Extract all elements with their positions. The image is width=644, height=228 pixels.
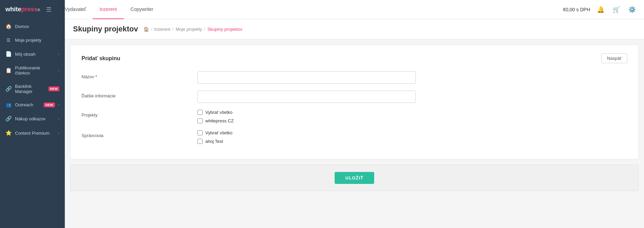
breadcrumb-current: Skupiny projektov — [207, 27, 243, 32]
chevron-right-icon: › — [58, 52, 59, 56]
sidebar-label-moje-projekty: Moje projekty — [15, 38, 59, 43]
premium-icon: ⭐ — [5, 130, 12, 136]
hamburger-icon[interactable]: ☰ — [46, 6, 52, 13]
sidebar-item-content-premium[interactable]: ⭐ Content Premium › — [0, 126, 65, 140]
checkbox-input-ahoj-test[interactable] — [197, 139, 203, 144]
sidebar-label-publikovanie: Publikovanie článkov — [15, 65, 55, 76]
checkbox-input-whitepress-cz[interactable] — [197, 118, 203, 123]
top-nav-right: €0,00 s DPH 🔔 🛒 ⚙️ — [563, 4, 637, 15]
sidebar-item-moje-projekty[interactable]: ☰ Moje projekty — [0, 33, 65, 47]
breadcrumb-home-icon[interactable]: 🏠 — [144, 27, 149, 32]
input-nazov[interactable] — [197, 71, 416, 84]
page-title: Skupiny projektov — [73, 25, 138, 33]
form-section: Pridať skupinu Naspäť Názov * Ďalšie inf… — [70, 45, 639, 159]
nav-vydavatel[interactable]: Vydavateľ — [58, 0, 93, 19]
nav-inzerent[interactable]: Inzerent — [93, 0, 124, 19]
breadcrumb-inzerent[interactable]: Inzerent — [154, 27, 170, 32]
logo: whitepress® — [5, 6, 40, 13]
save-button[interactable]: ULOŽIŤ — [335, 172, 375, 184]
outreach-icon: 👥 — [5, 102, 12, 107]
label-spravcoby: Správcovia — [82, 130, 197, 138]
form-row-dalsi: Ďalšie informácie — [82, 91, 627, 103]
main-layout: 🏠 Domov ☰ Moje projekty 📄 Môj obsah › 📋 … — [0, 19, 644, 228]
section-title: Pridať skupinu — [82, 55, 120, 62]
obsah-icon: 📄 — [5, 51, 12, 57]
sidebar-item-outreach[interactable]: 👥 Outreach NEW › — [0, 98, 65, 111]
sidebar-label-backlink: Backlink Manager — [15, 84, 45, 94]
sidebar-label-outreach: Outreach — [15, 102, 40, 107]
sidebar-label-nakup: Nákup odkazov — [15, 116, 55, 121]
label-nazov: Názov * — [82, 71, 197, 79]
checkbox-whitepress-cz[interactable]: whitepress CZ — [197, 118, 627, 123]
sidebar-item-nakup[interactable]: 🔗 Nákup odkazov › — [0, 111, 65, 126]
sidebar-label-moj-obsah: Môj obsah — [15, 52, 55, 57]
section-header: Pridať skupinu Naspäť — [82, 53, 627, 63]
form-row-nazov: Názov * — [82, 71, 627, 84]
input-dalsi[interactable] — [197, 91, 416, 103]
checkbox-vybrat-vsetko-s[interactable]: Vybrať všetko — [197, 130, 627, 135]
chevron-right-icon-premium: › — [58, 131, 59, 135]
logo-press: press — [21, 6, 38, 13]
badge-new-outreach: NEW — [44, 103, 55, 107]
cart-button[interactable]: 🛒 — [611, 4, 621, 15]
sidebar-item-domov[interactable]: 🏠 Domov — [0, 19, 65, 33]
logo-reg: ® — [38, 8, 40, 12]
backlink-icon: 🔗 — [5, 86, 12, 92]
back-button[interactable]: Naspäť — [601, 53, 627, 63]
nav-links: Vydavateľ Inzerent Copywriter — [58, 0, 563, 19]
home-icon: 🏠 — [5, 23, 12, 29]
sidebar: 🏠 Domov ☰ Moje projekty 📄 Môj obsah › 📋 … — [0, 19, 65, 228]
checkbox-vybrat-vsetko-p[interactable]: Vybrať všetko — [197, 110, 627, 115]
chevron-right-icon-pub: › — [58, 69, 59, 72]
settings-button[interactable]: ⚙️ — [627, 4, 637, 15]
badge-new-backlink: NEW — [48, 86, 60, 91]
form-row-projekty: Projekty Vybrať všetko whitepress CZ — [82, 110, 627, 123]
chevron-right-icon-nakup: › — [58, 117, 59, 121]
projects-icon: ☰ — [5, 38, 12, 43]
nav-copywriter[interactable]: Copywriter — [124, 0, 160, 19]
label-projekty: Projekty — [82, 110, 197, 118]
breadcrumb: 🏠 / Inzerent / Moje projekty / Skupiny p… — [144, 27, 243, 32]
notifications-button[interactable]: 🔔 — [596, 4, 606, 15]
bottom-section: ULOŽIŤ — [70, 165, 639, 191]
checkbox-input-vybrat-vsetko-p[interactable] — [197, 110, 203, 115]
breadcrumb-moje-projekty[interactable]: Moje projekty — [176, 27, 202, 32]
checkbox-ahoj-test[interactable]: ahoj Test — [197, 139, 627, 144]
checkbox-input-vybrat-vsetko-s[interactable] — [197, 130, 203, 135]
form-row-spravcoby: Správcovia Vybrať všetko ahoj Test — [82, 130, 627, 144]
projekty-checkboxes: Vybrať všetko whitepress CZ — [197, 110, 627, 123]
sidebar-item-backlink[interactable]: 🔗 Backlink Manager NEW — [0, 80, 65, 98]
logo-white: white — [5, 6, 21, 13]
sidebar-label-domov: Domov — [15, 24, 59, 29]
sidebar-item-publikovanie[interactable]: 📋 Publikovanie článkov › — [0, 61, 65, 80]
spravcoby-checkboxes: Vybrať všetko ahoj Test — [197, 130, 627, 144]
label-dalsi: Ďalšie informácie — [82, 91, 197, 98]
sidebar-label-content-premium: Content Premium — [15, 131, 55, 136]
content-area: Skupiny projektov 🏠 / Inzerent / Moje pr… — [65, 19, 644, 228]
nakup-icon: 🔗 — [5, 116, 12, 122]
top-navigation: whitepress® ☰ Vydavateľ Inzerent Copywri… — [0, 0, 644, 19]
chevron-right-icon-outreach: › — [58, 103, 59, 107]
page-header: Skupiny projektov 🏠 / Inzerent / Moje pr… — [65, 19, 644, 39]
price-label: €0,00 s DPH — [563, 7, 590, 12]
sidebar-item-moj-obsah[interactable]: 📄 Môj obsah › — [0, 47, 65, 61]
publikovanie-icon: 📋 — [5, 67, 12, 73]
